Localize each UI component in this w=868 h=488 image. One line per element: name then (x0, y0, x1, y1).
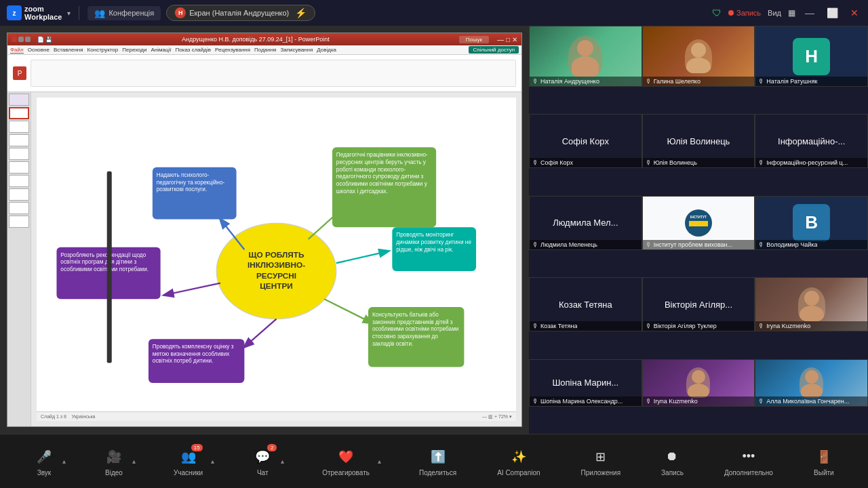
participant-name-11: Вікторія Агіляр Туклер (654, 323, 717, 329)
ppt-menu-view[interactable]: Подання (254, 47, 276, 53)
mic-icon-4: 🎙 (532, 159, 538, 166)
participant-tile-3: Н 🎙 Наталія Ратушняк (755, 26, 868, 87)
ppt-menu-file[interactable]: Файл (10, 47, 24, 54)
head-shape (577, 40, 593, 56)
participant-name-15: Алла Миколаївна Гончарен... (766, 398, 849, 405)
maximize-button[interactable]: ⬜ (824, 7, 841, 18)
ppt-min-btn[interactable] (18, 37, 24, 42)
record-status[interactable]: Запись (728, 9, 761, 17)
ppt-titlebar: 📄 💾 Андрущенко Н.В. доповідь 27.09.24_[1… (7, 33, 521, 45)
apps-button[interactable]: ⊞ Приложения (576, 443, 627, 481)
sound-chevron[interactable]: ▴ (60, 455, 68, 468)
shield-icon: 🛡 (712, 7, 722, 18)
svg-rect-17 (107, 171, 112, 363)
ppt-menu-transitions[interactable]: Переходи (122, 47, 146, 53)
ppt-menu: Файл Основне Вставлення Конструктор Пере… (7, 45, 521, 55)
slide-thumb-7[interactable] (9, 175, 29, 187)
ppt-menu-record[interactable]: Записування (280, 47, 313, 53)
ai-label: AI Companion (497, 469, 540, 476)
video-chevron[interactable]: ▴ (130, 455, 138, 468)
ppt-zoom-ctrl[interactable]: — ▥ + 72% ▾ (482, 414, 512, 420)
slide-thumb-9[interactable] (9, 202, 29, 214)
share-label: Поделиться (419, 469, 456, 476)
slide-thumb-10[interactable] (9, 216, 29, 228)
ppt-menu-design[interactable]: Конструктор (87, 47, 119, 53)
ppt-menu-slideshow[interactable]: Показ слайдів (176, 47, 211, 53)
ppt-menu-animations[interactable]: Анімації (151, 47, 171, 53)
big-name-4: Софія Корх (559, 136, 612, 146)
ppt-slide-count: Слайд 1 з 8 (41, 414, 66, 419)
participant-name-14: Iryna Kuzmenko (654, 398, 698, 405)
slide-thumb-2[interactable] (9, 107, 29, 119)
conference-tab[interactable]: 👥 Конференція (87, 6, 161, 20)
meeting-toolbar: 🎤 Звук ▴ 🎥 Відео ▴ 👥 15 Учасники ▴ 💬 2 (0, 434, 868, 488)
app-menu-chevron[interactable]: ▾ (67, 9, 71, 17)
close-button[interactable]: ✕ (848, 7, 861, 18)
slide-thumb-8[interactable] (9, 188, 29, 201)
participant-name-2: Галина Шелепко (654, 78, 701, 85)
ppt-close-btn[interactable] (12, 37, 17, 42)
screen-tab-label: Екран (Наталія Андрущенко) (189, 9, 289, 17)
participants-panel: 🎙 Наталія Андрущенко 🎙 Галина Шелепко (529, 26, 868, 434)
participant-name-bar-15: 🎙 Алла Миколаївна Гончарен... (755, 396, 867, 406)
participant-name-4: Софія Корх (540, 159, 573, 166)
ppt-ribbon: P (7, 55, 521, 92)
app-logo: z zoom Workplace (7, 5, 62, 21)
chat-button[interactable]: 💬 2 Чат (247, 443, 278, 481)
main-content: 📄 💾 Андрущенко Н.В. доповідь 27.09.24_[1… (0, 26, 868, 434)
head-14 (692, 370, 705, 384)
minimize-button[interactable]: — (802, 7, 817, 18)
participant-name-10: Козак Тетяна (540, 323, 577, 329)
svg-text:ЩО РОБЛЯТЬ: ЩО РОБЛЯТЬ (249, 250, 304, 259)
mic-icon-13: 🎙 (532, 398, 538, 405)
ppt-max-btn[interactable] (25, 37, 31, 42)
person-shape-1 (568, 36, 602, 77)
screen-tab-close[interactable]: ⚡ (295, 7, 307, 18)
ppt-menu-insert[interactable]: Вставлення (54, 47, 83, 53)
react-button[interactable]: ❤️ Отреагировать (317, 443, 375, 481)
ppt-menu-review[interactable]: Рецензування (215, 47, 250, 53)
record-button[interactable]: ⏺ Запись (656, 443, 689, 481)
slide-thumb-5[interactable] (9, 148, 29, 160)
ppt-search-field[interactable]: Пошук (459, 36, 489, 43)
camera-icon: 🎥 (104, 447, 124, 467)
big-name-5: Юлія Волинець (665, 136, 733, 146)
security-status[interactable]: 🛡 (712, 7, 722, 18)
participant-name-bar-3: 🎙 Наталія Ратушняк (755, 77, 867, 86)
video-button[interactable]: 🎥 Відео (98, 443, 130, 481)
ai-button[interactable]: ✨ AI Companion (492, 443, 545, 481)
screen-share-tab[interactable]: Н Екран (Наталія Андрущенко) ⚡ (166, 5, 315, 21)
big-name-7: Людмила Мел... (550, 218, 620, 228)
ppt-window-close[interactable]: ✕ (512, 36, 517, 43)
mic-icon-14: 🎙 (646, 398, 652, 405)
participants-chevron[interactable]: ▴ (208, 455, 217, 468)
mic-icon-10: 🎙 (532, 323, 538, 329)
participants-button[interactable]: 👥 15 Учасники (168, 443, 208, 481)
mic-icon-1: 🎙 (532, 78, 538, 85)
ppt-window-min[interactable]: — (497, 36, 504, 43)
ppt-menu-home[interactable]: Основне (28, 47, 50, 53)
ppt-window-max[interactable]: □ (506, 36, 510, 43)
participant-name-3: Наталія Ратушняк (766, 78, 817, 85)
exit-button[interactable]: 🚪 Выйти (808, 443, 840, 481)
ppt-share-btn[interactable]: Спільний доступ (469, 46, 519, 54)
slide-thumb-4[interactable] (9, 134, 29, 146)
slide-thumb-3[interactable] (9, 121, 29, 133)
share-button[interactable]: ⬆️ Поделиться (414, 443, 462, 481)
sound-button[interactable]: 🎤 Звук (28, 443, 60, 481)
view-label[interactable]: Вид (768, 9, 781, 17)
react-chevron[interactable]: ▴ (375, 455, 384, 468)
participant-tile-15: 🎙 Алла Миколаївна Гончарен... (755, 359, 868, 407)
chat-chevron[interactable]: ▴ (278, 455, 287, 468)
ppt-title: Андрущенко Н.В. доповідь 27.09.24_[1] - … (55, 36, 456, 43)
ppt-menu-help[interactable]: Довідка (317, 47, 336, 53)
slide-thumb-6[interactable] (9, 161, 29, 174)
mic-icon-8: 🎙 (646, 241, 652, 248)
ppt-file-icons: 📄 💾 (37, 37, 52, 43)
head-12 (804, 291, 819, 306)
slide-thumb-1[interactable] (9, 94, 29, 106)
participant-name-8: Інститут проблем вихован... (654, 241, 732, 248)
more-button[interactable]: ••• Дополнительно (719, 443, 778, 481)
ppt-ribbon-icon: P (13, 66, 26, 80)
participant-name-bar-6: 🎙 Інформаційно-ресурсний ц... (755, 158, 867, 167)
